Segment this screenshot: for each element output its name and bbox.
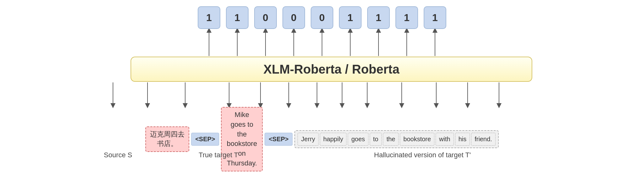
binary-token-8: 1	[424, 6, 446, 29]
binary-token-3: 0	[282, 6, 305, 29]
binary-tokens-layer: 1 1 0 0 0 1 1 1 1	[0, 6, 644, 29]
hall-token-2: goes	[348, 133, 368, 146]
model-label: XLM-Roberta / Roberta	[263, 62, 399, 76]
source-label: Source S	[93, 151, 143, 159]
hallucinated-label: Hallucinated version of target T'	[294, 151, 551, 159]
binary-token-1: 1	[226, 6, 249, 29]
hallucinated-group: Jerry happily goes to the bookstore with…	[295, 130, 499, 148]
true-target-text: Mike goes to the bookstore on Thursday.	[227, 110, 257, 168]
binary-tokens-row: 1 1 0 0 0 1 1 1 1	[198, 6, 446, 29]
binary-token-2: 0	[254, 6, 277, 29]
source-group: 迈克周四去 书店。	[145, 126, 189, 152]
hall-token-6: with	[436, 133, 454, 146]
diagram-container: 1 1 0 0 0 1 1 1 1 XLM-Roberta / Roberta …	[0, 0, 644, 173]
sep-token-1: <SEP>	[191, 133, 219, 146]
roberta-layer: XLM-Roberta / Roberta	[121, 57, 523, 82]
binary-token-4: 0	[311, 6, 333, 29]
binary-token-6: 1	[367, 6, 390, 29]
sep-token-2: <SEP>	[265, 133, 292, 146]
labels-layer: Source S True target T Hallucinated vers…	[93, 151, 551, 159]
input-tokens-row: 迈克周四去 书店。 <SEP> Mike goes to the booksto…	[145, 107, 499, 171]
hall-token-4: the	[383, 133, 399, 146]
hall-token-7: his	[455, 133, 470, 146]
hall-token-0: Jerry	[298, 133, 319, 146]
source-text: 迈克周四去 书店。	[150, 130, 185, 149]
hall-token-1: happily	[320, 133, 346, 146]
hall-token-3: to	[370, 133, 382, 146]
model-box: XLM-Roberta / Roberta	[131, 57, 532, 82]
inputs-layer: 迈克周四去 书店。 <SEP> Mike goes to the booksto…	[145, 107, 499, 171]
true-target-group: Mike goes to the bookstore on Thursday.	[221, 107, 263, 171]
true-target-label: True target T	[171, 151, 266, 159]
binary-token-0: 1	[198, 6, 220, 29]
binary-token-5: 1	[339, 6, 362, 29]
hall-token-8: friend.	[471, 133, 496, 146]
binary-token-7: 1	[395, 6, 418, 29]
hall-token-5: bookstore	[400, 133, 434, 146]
labels-row: Source S True target T Hallucinated vers…	[93, 151, 551, 159]
